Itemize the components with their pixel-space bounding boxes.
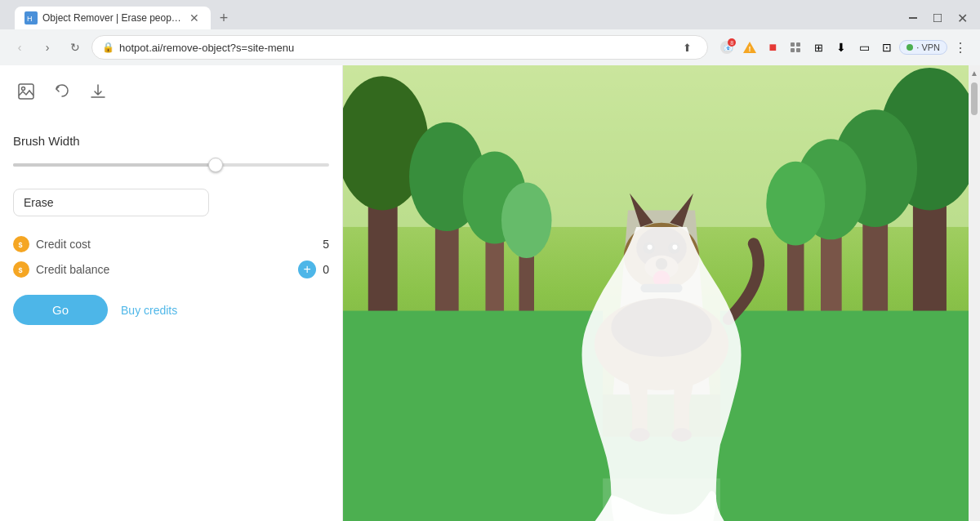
lock-icon: 🔒 bbox=[102, 42, 114, 53]
extensions-area: 📧 8 ! ■ ⊞ ⬇ ▭ ⊡ · VPN ⋮ bbox=[716, 36, 972, 59]
app-layout: Brush Width ');background-repeat:no-repe… bbox=[0, 65, 980, 521]
download-icon[interactable]: ⬇ bbox=[831, 37, 852, 58]
brush-width-label: Brush Width bbox=[13, 134, 329, 148]
svg-point-27 bbox=[501, 183, 552, 258]
left-panel: Brush Width ');background-repeat:no-repe… bbox=[0, 65, 343, 521]
new-tab-button[interactable]: + bbox=[212, 7, 235, 29]
action-row: Go Buy credits bbox=[13, 295, 329, 325]
credit-cost-row: $ Credit cost 5 bbox=[13, 236, 329, 252]
svg-rect-3 bbox=[933, 14, 942, 22]
address-icons: ⬆ bbox=[676, 37, 697, 58]
svg-point-13 bbox=[22, 87, 25, 91]
maximize-button[interactable] bbox=[926, 7, 949, 29]
vpn-dot bbox=[906, 44, 913, 51]
credits-section: $ Credit cost 5 $ Credit balance + 0 bbox=[13, 236, 329, 278]
extension2-icon[interactable]: ⊞ bbox=[808, 37, 829, 58]
vpn-label: · VPN bbox=[916, 42, 940, 52]
browser-menu-button[interactable]: ⋮ bbox=[949, 36, 972, 59]
reload-button[interactable]: ↻ bbox=[64, 36, 87, 59]
scrollbar[interactable]: ▲ bbox=[969, 65, 980, 521]
scroll-up-arrow[interactable]: ▲ bbox=[969, 67, 980, 79]
svg-rect-42 bbox=[720, 311, 980, 521]
svg-rect-9 bbox=[796, 42, 800, 47]
address-field[interactable]: 🔒 hotpot.ai/remove-object?s=site-menu ⬆ bbox=[91, 35, 708, 60]
mode-select[interactable]: ');background-repeat:no-repeat;backgroun… bbox=[13, 189, 209, 216]
notification-badge: 8 bbox=[728, 38, 736, 47]
credit-balance-label: Credit balance bbox=[36, 263, 292, 276]
credit-cost-icon: $ bbox=[13, 236, 29, 252]
forward-button[interactable]: › bbox=[36, 36, 59, 59]
svg-rect-11 bbox=[796, 48, 800, 52]
svg-rect-10 bbox=[791, 48, 795, 52]
browser-chrome: H Object Remover | Erase people a... ✕ +… bbox=[0, 0, 980, 65]
share-icon[interactable]: ⬆ bbox=[676, 37, 697, 58]
tab-bar: H Object Remover | Erase people a... ✕ +… bbox=[0, 0, 980, 29]
close-button[interactable]: ✕ bbox=[951, 7, 973, 29]
tab-favicon: H bbox=[24, 11, 38, 24]
svg-text:$: $ bbox=[19, 266, 23, 274]
canvas-area[interactable]: ▲ bbox=[343, 65, 980, 521]
go-button[interactable]: Go bbox=[13, 295, 108, 325]
svg-rect-8 bbox=[791, 42, 795, 47]
svg-point-35 bbox=[766, 162, 825, 246]
scroll-thumb[interactable] bbox=[971, 82, 978, 115]
credit-cost-label: Credit cost bbox=[36, 238, 316, 251]
brush-section: Brush Width bbox=[13, 134, 329, 172]
svg-rect-2 bbox=[909, 17, 917, 19]
brush-slider-container bbox=[13, 158, 329, 172]
alert-icon[interactable]: ! bbox=[739, 37, 760, 58]
credit-balance-row: $ Credit balance + 0 bbox=[13, 260, 329, 278]
vpn-badge[interactable]: · VPN bbox=[899, 40, 947, 55]
add-credits-button[interactable]: + bbox=[298, 260, 316, 278]
download-button[interactable] bbox=[85, 78, 111, 105]
svg-rect-12 bbox=[19, 84, 33, 99]
toolbar bbox=[13, 78, 329, 114]
url-text: hotpot.ai/remove-object?s=site-menu bbox=[119, 42, 671, 54]
svg-rect-41 bbox=[343, 311, 603, 521]
extension3-icon[interactable]: ⊡ bbox=[876, 37, 898, 58]
credit-balance-icon: $ bbox=[13, 261, 29, 278]
address-bar: ‹ › ↻ 🔒 hotpot.ai/remove-object?s=site-m… bbox=[0, 29, 980, 65]
window-controls-right: ✕ bbox=[902, 7, 973, 29]
tab-title: Object Remover | Erase people a... bbox=[42, 12, 183, 24]
svg-text:!: ! bbox=[749, 45, 751, 53]
puzzle-icon[interactable] bbox=[785, 37, 806, 58]
buy-credits-link[interactable]: Buy credits bbox=[121, 304, 177, 317]
tab-close-button[interactable]: ✕ bbox=[188, 11, 201, 24]
brush-width-slider[interactable] bbox=[13, 158, 329, 172]
svg-text:H: H bbox=[27, 15, 33, 23]
notification-icon[interactable]: 📧 8 bbox=[716, 37, 737, 58]
credit-balance-value: 0 bbox=[323, 263, 329, 276]
back-button[interactable]: ‹ bbox=[8, 36, 31, 59]
tablet-icon[interactable]: ▭ bbox=[853, 37, 875, 58]
extension1-icon[interactable]: ■ bbox=[762, 37, 783, 58]
undo-button[interactable] bbox=[49, 78, 75, 105]
minimize-button[interactable] bbox=[902, 7, 924, 29]
credit-cost-value: 5 bbox=[323, 238, 329, 251]
upload-button[interactable] bbox=[13, 78, 39, 105]
mode-select-container: ');background-repeat:no-repeat;backgroun… bbox=[13, 189, 329, 216]
active-tab[interactable]: H Object Remover | Erase people a... ✕ bbox=[15, 7, 211, 29]
canvas-image[interactable] bbox=[343, 65, 980, 521]
svg-text:$: $ bbox=[19, 241, 23, 249]
